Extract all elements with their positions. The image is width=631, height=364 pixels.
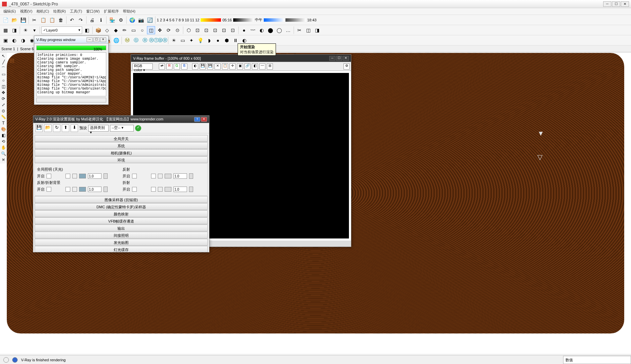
vray-o-button[interactable]: Ⓞ [132, 36, 140, 44]
tool-line[interactable]: ╱ [1, 60, 6, 65]
reflbg-check2[interactable] [72, 187, 77, 192]
model-info-button[interactable]: ℹ [97, 16, 105, 24]
vray-m-button[interactable]: Ⓜ [123, 36, 131, 44]
plugin-btn-3[interactable]: ◑ [19, 36, 27, 44]
style-button[interactable]: ◨ [10, 26, 18, 34]
vray-render-button[interactable]: Ⓡ [141, 36, 149, 44]
reflbg-on-check[interactable] [47, 187, 51, 192]
time-gradient-3[interactable] [285, 18, 306, 22]
vray-br-button[interactable]: ⒷⓇ [159, 36, 167, 44]
disc-button[interactable]: ◯ [275, 26, 283, 34]
tool-zoomext[interactable]: ⤧ [1, 157, 6, 163]
measurements-box[interactable]: 数值 [563, 356, 631, 364]
section-env[interactable]: 环境 [35, 156, 208, 163]
select-button[interactable]: ◇ [103, 26, 111, 34]
reflbg-spinner[interactable] [104, 187, 108, 192]
geo-snap-button[interactable]: 📷 [137, 16, 145, 24]
new-button[interactable]: 📄 [1, 16, 10, 24]
opt-reset-button[interactable]: ↻ [53, 124, 60, 132]
line-button[interactable]: ✏ [120, 26, 129, 34]
copy-button[interactable]: 📋 [39, 16, 47, 24]
preset-apply-button[interactable]: ✓ [135, 125, 141, 131]
right-button[interactable]: ⊡ [211, 26, 219, 34]
vfb-curve-button[interactable]: 〰 [259, 63, 265, 70]
refr-color-swatch[interactable] [165, 187, 171, 192]
menu-camera[interactable]: 相机(C) [34, 9, 51, 14]
tool-select[interactable]: ↖ [1, 54, 6, 59]
cut-button[interactable]: ✂ [30, 16, 38, 24]
vray-proxy-button[interactable]: ⬢ [223, 36, 231, 44]
vfb-close-button[interactable]: ✕ [343, 56, 349, 61]
minimize-button[interactable]: ─ [603, 1, 611, 7]
sphere-button[interactable]: ⬤ [266, 26, 275, 34]
vfb-saveall-button[interactable]: 💾 [207, 63, 213, 70]
left-button[interactable]: ⊡ [229, 26, 237, 34]
vray-opt-title-bar[interactable]: V-Ray 2.0 渲染设置面板 by Ma5老师汉化 【顶渲网出品】www.t… [33, 116, 209, 123]
shape-button[interactable]: ◐ [258, 26, 266, 34]
refr-mult-input[interactable] [173, 187, 187, 192]
vfb-b-button[interactable]: B [181, 63, 187, 70]
refl-mult-input[interactable] [173, 173, 187, 179]
menu-extensions[interactable]: 扩展程序 [102, 9, 121, 14]
vfb-r-button[interactable]: R [166, 63, 172, 70]
section-camera[interactable]: 相机(摄像机) [35, 149, 208, 156]
section-global[interactable]: 全局开关 [35, 135, 208, 142]
vray-color-button[interactable]: ◐ [240, 36, 248, 44]
tool-move[interactable]: ✥ [1, 90, 6, 96]
refr-override-check[interactable] [151, 187, 156, 192]
gi-spinner[interactable] [104, 173, 108, 179]
layer-manager-button[interactable]: ◧ [83, 26, 91, 34]
status-person-icon[interactable] [3, 357, 9, 363]
delete-button[interactable]: 🗑 [57, 16, 65, 24]
menu-view[interactable]: 视图(V) [18, 9, 35, 14]
arrow-down-icon[interactable]: ▾ [30, 26, 38, 34]
vray-opt-help-button[interactable]: ? [194, 117, 200, 122]
refr-spinner[interactable] [189, 187, 193, 192]
vfb-channel-dropdown[interactable]: RGB color ▾ [132, 63, 153, 70]
warehouse-button[interactable]: 🏪 [108, 16, 116, 24]
sun-icon[interactable]: ☀ [21, 26, 30, 34]
layer-dropdown[interactable]: ✓ Layer0 ▾ [41, 26, 82, 34]
vray-dome-button[interactable]: ◗ [205, 36, 213, 44]
vfb-swap-button[interactable]: ⇄ [159, 63, 165, 70]
redo-button[interactable]: ↷ [77, 16, 85, 24]
vfb-mono-button[interactable]: ◐ [192, 63, 198, 70]
offset-button[interactable]: ⊙ [173, 26, 182, 34]
gi-check2[interactable] [72, 174, 77, 178]
pushpull-button[interactable]: ◫ [147, 26, 155, 34]
opt-export-button[interactable]: ⬇ [71, 124, 78, 132]
section-luminous[interactable]: 发光贴图 [35, 239, 208, 246]
section-sampler[interactable]: 图像采样器 (抗锯齿) [35, 196, 208, 203]
section-indirect[interactable]: 间接照明 [35, 232, 208, 238]
paste-button[interactable]: 📋 [48, 16, 56, 24]
save-button[interactable]: 💾 [19, 16, 27, 24]
close-button[interactable]: ✕ [621, 1, 629, 7]
curve-button[interactable]: 〰 [249, 26, 257, 34]
gi-on-check[interactable] [47, 174, 51, 178]
progress-min-button[interactable]: ─ [87, 37, 93, 42]
rotate-button[interactable]: ⟳ [165, 26, 173, 34]
extension-button[interactable]: ⚙ [117, 16, 125, 24]
vfb-max-button[interactable]: ☐ [336, 56, 342, 61]
refl-on-check[interactable] [132, 174, 137, 178]
tool-orbit[interactable]: ⟲ [1, 139, 6, 145]
tool-scale[interactable]: ⤢ [1, 102, 6, 108]
open-button[interactable]: 📂 [10, 16, 18, 24]
tool-circle[interactable]: ○ [1, 78, 6, 83]
section-vfbchan[interactable]: VFB帧缓存通道 [35, 217, 208, 224]
xray-button[interactable]: ▦ [1, 26, 10, 34]
gi-override-check[interactable] [66, 174, 70, 178]
vray-point-button[interactable]: ✦ [187, 36, 196, 44]
refl-color-swatch[interactable] [165, 174, 171, 178]
tab-scene-6[interactable]: Scene 6 [20, 47, 34, 51]
opt-load-button[interactable]: ⬆ [62, 124, 69, 132]
menu-tools[interactable]: 工具(T) [68, 9, 84, 14]
reflbg-override-check[interactable] [66, 187, 70, 192]
plugin-btn-1[interactable]: ▣ [1, 36, 10, 44]
geo-button[interactable]: 🌍 [128, 16, 136, 24]
vfb-gear-icon[interactable]: ⚙ [344, 63, 350, 70]
maximize-button[interactable]: ☐ [612, 1, 620, 7]
menu-draw[interactable]: 绘图(R) [51, 9, 68, 14]
plugin-btn-2[interactable]: ◐ [10, 36, 18, 44]
month-gradient[interactable] [201, 18, 221, 22]
